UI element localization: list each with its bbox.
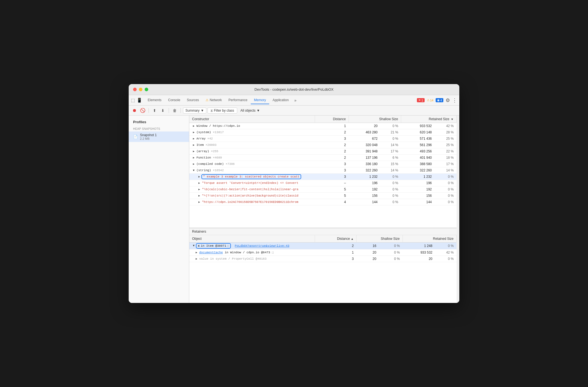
table-row[interactable]: ▶ (compiled code) ×7386 3 336 180 15 % 3… — [189, 161, 457, 167]
ret-distance-header[interactable]: Distance ▲ — [315, 235, 357, 243]
window-icon-2: ⬚ — [272, 251, 274, 254]
collapse-icon[interactable]: ▼ — [192, 244, 195, 248]
device-icon[interactable]: 📱 — [137, 98, 142, 103]
window-title: DevTools - codepen.io/web-dot-dev/live/P… — [255, 87, 334, 92]
snapshot-size: 2.2 MB — [140, 137, 157, 140]
warning-badge[interactable]: ⚠14 — [427, 98, 433, 102]
expand-icon[interactable]: ▶ — [198, 188, 201, 191]
expand-icon[interactable]: ▶ — [192, 124, 195, 128]
maximize-button[interactable] — [145, 88, 148, 91]
tab-console[interactable]: Console — [165, 96, 184, 104]
collapse-icon[interactable]: ▼ — [192, 169, 195, 172]
minimize-button[interactable] — [139, 88, 142, 91]
inspect-icon[interactable]: ⬚ — [131, 98, 135, 103]
table-row[interactable]: ▶ " example 3 example 3: scattered objec… — [189, 174, 457, 180]
retainers-table: Object Distance ▲ Shallow Size Retained … — [189, 235, 457, 262]
settings-icon[interactable]: ⚙ — [446, 97, 450, 103]
expand-icon[interactable]: ▶ — [198, 175, 201, 178]
snapshot-icon: 📄 — [133, 135, 138, 139]
error-badge[interactable]: ✕1 — [417, 98, 425, 102]
more-tabs-icon[interactable]: » — [292, 98, 299, 103]
expand-icon[interactable]: ▶ — [198, 181, 201, 185]
expand-icon[interactable]: ▶ — [192, 131, 195, 134]
source-link[interactable]: PoLdb0X?anon=true&view=live:43 — [235, 244, 289, 248]
table-row[interactable]: ▶ Item ×20003 2 320 048 14 % 561 296 25 … — [189, 142, 457, 148]
sort-asc-icon: ▲ — [351, 237, 354, 240]
filter-by-class-button[interactable]: ⧖ Filter by class — [207, 108, 237, 114]
toolbar-divider-1 — [149, 108, 149, 113]
retainers-table-header: Object Distance ▲ Shallow Size Retained … — [189, 235, 457, 243]
tab-network[interactable]: ⚠ Network — [202, 96, 225, 104]
expand-icon[interactable]: ▶ — [192, 156, 195, 159]
title-bar: DevTools - codepen.io/web-dot-dev/live/P… — [129, 84, 459, 95]
scrollbar[interactable] — [457, 115, 459, 303]
expand-icon[interactable]: ▶ — [198, 194, 201, 197]
table-row[interactable]: ▼ x in Item @38071 ⬚ PoLdb0X?anon=true&v… — [189, 242, 457, 249]
sort-desc-icon: ▼ — [451, 118, 454, 121]
constructor-header[interactable]: Constructor — [189, 115, 315, 123]
profiles-title: Profiles — [129, 119, 189, 126]
expand-icon[interactable]: ▶ — [198, 200, 201, 204]
network-warn-icon: ⚠ — [206, 98, 209, 102]
heap-table: Constructor Distance Shallow Size Retain… — [189, 115, 457, 205]
collect-garbage-icon[interactable]: 🗑 — [171, 107, 178, 114]
tab-elements[interactable]: Elements — [144, 96, 165, 104]
summary-select[interactable]: Summary ▼ — [183, 108, 206, 114]
table-row[interactable]: ▼ (string) ×16542 3 322 260 14 % 322 260… — [189, 167, 457, 174]
download-button[interactable]: ⬇ — [159, 107, 166, 114]
doc-cache-link[interactable]: documentCache — [199, 251, 223, 254]
object-header[interactable]: Object — [189, 235, 315, 243]
toolbar-divider-3 — [180, 108, 181, 113]
tab-application[interactable]: Application — [269, 96, 292, 104]
table-row[interactable]: ▶ Array ×42 3 672 0 % 571 436 25 % — [189, 136, 457, 142]
retainers-section: Retainers Object Distance ▲ Shallow Size — [189, 228, 457, 303]
main-content: Profiles HEAP SNAPSHOTS 📄 Snapshot 1 2.2… — [129, 115, 459, 303]
info-badge[interactable]: ◉4 — [436, 98, 443, 102]
retainers-header: Retainers — [189, 228, 457, 235]
heap-table-header: Constructor Distance Shallow Size Retain… — [189, 115, 457, 123]
tab-performance[interactable]: Performance — [225, 96, 251, 104]
table-row[interactable]: ▶ "\b(calc|cubic-bezier|fit-content|hsl|… — [189, 186, 457, 193]
snapshot-name: Snapshot 1 — [140, 133, 157, 137]
devtools-tab-bar: ⬚ 📱 Elements Console Sources ⚠ Network P… — [129, 95, 459, 106]
clear-button[interactable]: 🚫 — [139, 107, 146, 114]
devtools-window: DevTools - codepen.io/web-dot-dev/live/P… — [129, 84, 459, 303]
expand-icon[interactable]: ▶ — [192, 143, 195, 147]
table-row[interactable]: ▶ (system) ×13817 2 463 280 21 % 620 148… — [189, 129, 457, 136]
ret-shallow-header[interactable]: Shallow Size — [357, 235, 403, 243]
shallow-size-header[interactable]: Shallow Size — [349, 115, 401, 123]
window-small-icon: ⬚ — [227, 244, 229, 248]
record-button[interactable]: ⏺ — [131, 107, 138, 114]
heap-table-container[interactable]: Constructor Distance Shallow Size Retain… — [189, 115, 457, 228]
distance-header[interactable]: Distance — [315, 115, 349, 123]
upload-button[interactable]: ⬆ — [151, 107, 158, 114]
close-button[interactable] — [133, 88, 137, 91]
expand-icon[interactable]: ▶ — [192, 162, 195, 166]
traffic-lights — [133, 88, 148, 91]
table-row[interactable]: ▶ "Torque assert 'Convert<uintptr>(endIn… — [189, 180, 457, 186]
retained-size-header[interactable]: Retained Size ▼ — [401, 115, 456, 123]
more-options-icon[interactable]: ⋮ — [452, 97, 457, 103]
tab-memory[interactable]: Memory — [251, 96, 269, 104]
expand-icon[interactable]: ▶ — [192, 150, 195, 153]
expand-icon[interactable]: ▶ — [192, 137, 195, 140]
objects-chevron-icon: ▼ — [257, 109, 260, 112]
data-panel: Constructor Distance Shallow Size Retain… — [189, 115, 457, 303]
table-row[interactable]: ▶ "^(?!on|src|(?:action|archive|backgrou… — [189, 193, 457, 199]
expand-icon[interactable]: ▶ — [195, 257, 198, 260]
table-row[interactable]: ▶ Function ×4689 2 137 196 6 % 401 940 1… — [189, 155, 457, 161]
table-row[interactable]: ▶ value in system / PropertyCell @40163 … — [189, 256, 457, 262]
toolbar: ⏺ 🚫 ⬆ ⬇ 🗑 Summary ▼ ⧖ Filter by class Al… — [129, 106, 459, 115]
table-row[interactable]: ▶ (array) ×255 2 391 948 17 % 493 256 22… — [189, 148, 457, 155]
tab-sources[interactable]: Sources — [184, 96, 202, 104]
table-row[interactable]: ▶ "https://cdpn.io2AC766158D5B7507E17015… — [189, 199, 457, 205]
ret-retained-header[interactable]: Retained Size — [403, 235, 456, 243]
sidebar: Profiles HEAP SNAPSHOTS 📄 Snapshot 1 2.2… — [129, 115, 189, 303]
chevron-down-icon: ▼ — [201, 109, 204, 112]
all-objects-select[interactable]: All objects ▼ — [238, 108, 262, 113]
filter-icon: ⧖ — [211, 109, 213, 112]
snapshot-item[interactable]: 📄 Snapshot 1 2.2 MB — [129, 131, 189, 142]
table-row[interactable]: ▶ Window / https://cdpn.io 1 20 0 % 933 … — [189, 123, 457, 129]
expand-icon[interactable]: ▶ — [195, 251, 198, 254]
table-row[interactable]: ▶ documentCache in Window / cdpn.io @647… — [189, 249, 457, 256]
